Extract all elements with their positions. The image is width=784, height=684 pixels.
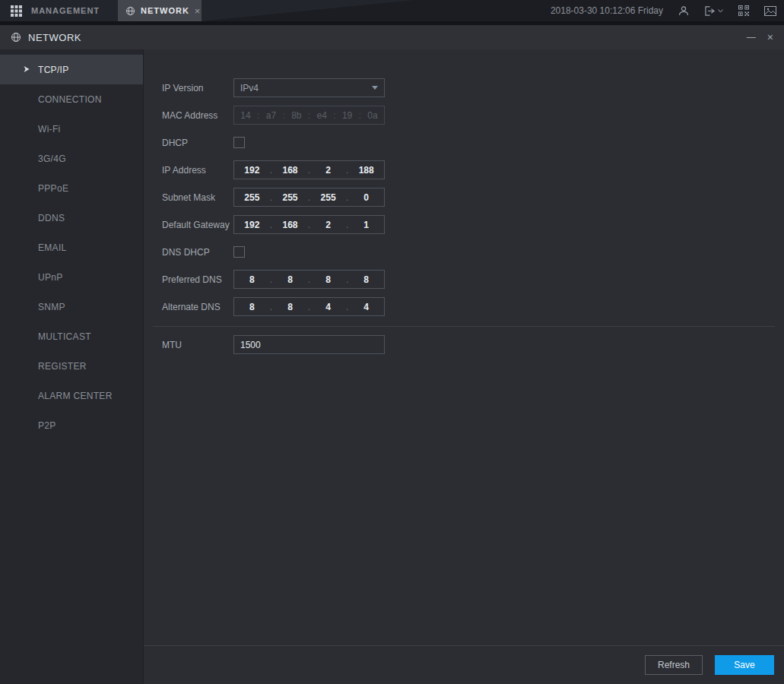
refresh-button[interactable]: Refresh	[645, 655, 703, 675]
sidebar: TCP/IP CONNECTION Wi-Fi 3G/4G PPPoE DDNS…	[0, 49, 143, 684]
ip-segment[interactable]: 168	[272, 165, 308, 176]
sidebar-item-label: 3G/4G	[38, 154, 66, 164]
mac-address-field: 14 : a7 : 8b : e4 : 19 : 0a	[233, 106, 385, 125]
sidebar-item-multicast[interactable]: MULTICAST	[0, 321, 143, 351]
globe-icon	[11, 32, 21, 43]
tcpip-panel: IP Version IPv4 MAC Address 14 : a7 : 8b	[143, 49, 784, 684]
sidebar-item-register[interactable]: REGISTER	[0, 351, 143, 381]
datetime-text: 2018-03-30 10:12:06 Friday	[551, 5, 663, 16]
window-title: NETWORK	[28, 32, 81, 43]
ip-segment[interactable]: 4	[310, 302, 346, 312]
sidebar-item-p2p[interactable]: P2P	[0, 410, 143, 440]
sidebar-item-3g4g[interactable]: 3G/4G	[0, 144, 143, 173]
ip-address-label: IP Address	[162, 165, 233, 176]
chevron-down-icon	[718, 9, 723, 13]
dhcp-label: DHCP	[162, 138, 233, 148]
ip-segment[interactable]: 2	[310, 220, 346, 230]
ip-segment[interactable]: 1	[348, 220, 384, 230]
ip-segment[interactable]: 255	[310, 192, 346, 203]
save-button[interactable]: Save	[715, 655, 774, 675]
mac-segment: 8b	[285, 110, 308, 121]
dhcp-checkbox[interactable]	[233, 137, 245, 148]
ip-segment[interactable]: 8	[348, 274, 384, 285]
active-arrow-icon	[23, 65, 30, 73]
ip-segment[interactable]: 4	[348, 302, 384, 312]
logout-icon[interactable]	[704, 6, 723, 16]
subnet-mask-label: Subnet Mask	[162, 192, 233, 203]
sidebar-item-label: MULTICAST	[38, 331, 91, 342]
sidebar-item-label: TCP/IP	[38, 65, 68, 75]
mtu-label: MTU	[162, 340, 233, 350]
ip-version-value: IPv4	[240, 83, 372, 93]
image-icon[interactable]	[764, 6, 776, 16]
sidebar-item-label: REGISTER	[38, 361, 87, 372]
mac-segment: e4	[310, 110, 333, 121]
alternate-dns-field[interactable]: 8 . 8 . 4 . 4	[233, 297, 385, 316]
sidebar-item-tcpip[interactable]: TCP/IP	[0, 55, 143, 84]
sidebar-item-label: PPPoE	[38, 183, 68, 194]
section-divider	[153, 326, 775, 327]
ip-segment[interactable]: 255	[234, 192, 270, 203]
network-window: NETWORK — × TCP/IP CONNECTION Wi-Fi 3G/4…	[0, 25, 784, 684]
preferred-dns-field[interactable]: 8 . 8 . 8 . 8	[233, 270, 385, 289]
sidebar-item-upnp[interactable]: UPnP	[0, 262, 143, 292]
subnet-mask-field[interactable]: 255 . 255 . 255 . 0	[233, 188, 385, 207]
ip-segment[interactable]: 8	[234, 302, 270, 312]
tab-close-icon[interactable]: ×	[195, 6, 201, 16]
ip-segment[interactable]: 8	[272, 302, 308, 312]
ip-segment[interactable]: 8	[272, 274, 308, 285]
sidebar-item-label: EMAIL	[38, 242, 67, 253]
minimize-icon[interactable]: —	[747, 32, 756, 43]
network-tab[interactable]: NETWORK ×	[118, 0, 202, 21]
mtu-input[interactable]	[233, 335, 385, 354]
sidebar-item-label: P2P	[38, 420, 56, 431]
ip-segment[interactable]: 192	[234, 165, 270, 176]
ip-address-field[interactable]: 192 . 168 . 2 . 188	[233, 160, 385, 179]
globe-icon	[125, 6, 135, 16]
ip-version-select[interactable]: IPv4	[233, 78, 385, 97]
sidebar-item-connection[interactable]: CONNECTION	[0, 84, 143, 114]
sidebar-item-pppoe[interactable]: PPPoE	[0, 173, 143, 203]
default-gateway-field[interactable]: 192 . 168 . 2 . 1	[233, 215, 385, 234]
ip-segment[interactable]: 8	[310, 274, 346, 285]
footer-bar: Refresh Save	[144, 645, 784, 684]
mac-segment: 0a	[361, 110, 384, 121]
chevron-down-icon	[372, 86, 378, 90]
ip-segment[interactable]: 192	[234, 220, 270, 230]
sidebar-item-email[interactable]: EMAIL	[0, 233, 143, 262]
sidebar-item-ddns[interactable]: DDNS	[0, 203, 143, 233]
close-icon[interactable]: ×	[767, 31, 773, 43]
ip-segment[interactable]: 2	[310, 165, 346, 176]
network-tab-label: NETWORK	[141, 6, 189, 15]
alternate-dns-label: Alternate DNS	[162, 302, 233, 312]
sidebar-item-label: Wi-Fi	[38, 124, 60, 135]
sidebar-item-label: SNMP	[38, 302, 65, 312]
dns-dhcp-checkbox[interactable]	[233, 246, 245, 258]
ip-segment[interactable]: 188	[348, 165, 384, 176]
mac-address-label: MAC Address	[162, 110, 233, 121]
mac-segment: a7	[259, 110, 282, 121]
taskbar: MANAGEMENT NETWORK × 2018-03-30 10:12:06…	[0, 0, 784, 21]
sidebar-item-label: CONNECTION	[38, 94, 102, 105]
ip-segment[interactable]: 255	[272, 192, 308, 203]
sidebar-item-label: ALARM CENTER	[38, 391, 113, 401]
ip-segment[interactable]: 168	[272, 220, 308, 230]
default-gateway-label: Default Gateway	[162, 220, 233, 230]
sidebar-item-label: UPnP	[38, 272, 63, 283]
window-titlebar: NETWORK — ×	[0, 25, 784, 49]
mac-segment: 14	[234, 110, 257, 121]
sidebar-item-snmp[interactable]: SNMP	[0, 292, 143, 321]
preferred-dns-label: Preferred DNS	[162, 274, 233, 285]
mac-segment: 19	[336, 110, 359, 121]
dns-dhcp-label: DNS DHCP	[162, 247, 233, 258]
sidebar-item-label: DDNS	[38, 213, 65, 223]
sidebar-item-wifi[interactable]: Wi-Fi	[0, 114, 143, 144]
management-tab[interactable]: MANAGEMENT	[31, 6, 100, 15]
ip-segment[interactable]: 0	[348, 192, 384, 203]
ip-version-label: IP Version	[162, 83, 233, 93]
apps-grid-icon[interactable]	[11, 5, 22, 17]
ip-segment[interactable]: 8	[234, 274, 270, 285]
qr-code-icon[interactable]	[738, 5, 749, 16]
user-icon[interactable]	[678, 5, 689, 16]
sidebar-item-alarm-center[interactable]: ALARM CENTER	[0, 381, 143, 410]
